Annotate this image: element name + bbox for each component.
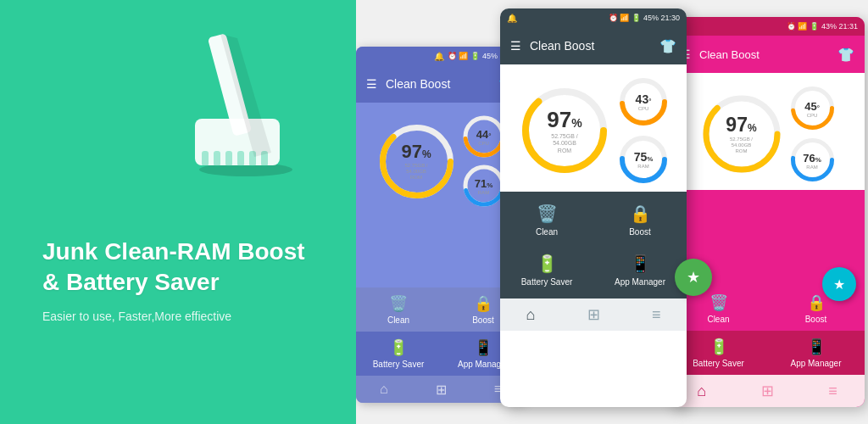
phone-screen-3: ⏰ 📶 🔋 43% 21:31 ☰ Clean Boost 👕 97% 52.7…: [670, 17, 865, 407]
bottom-bar-2: ⌂ ⊞ ≡: [500, 298, 687, 331]
app-bar-3: ☰ Clean Boost 👕: [670, 36, 865, 73]
right-panel: 🔔 ⏰ 📶 🔋 45% 21:30 ☰ Clean Boost 👕 97% 52…: [356, 0, 868, 424]
notification-icon-1: 🔔: [434, 52, 444, 61]
app-title-2: Clean Boost: [530, 39, 651, 53]
app-tagline: Junk Clean-RAM Boost & Battery Saver: [42, 237, 305, 298]
svg-rect-6: [237, 151, 244, 166]
status-bar-3: ⏰ 📶 🔋 43% 21:31: [670, 17, 865, 36]
screen-content-2: 97% 52.75GB / 54.00GBROM 43° CPU: [500, 64, 687, 192]
home-icon-3[interactable]: ⌂: [697, 382, 706, 400]
svg-rect-5: [225, 151, 232, 166]
hamburger-icon-1[interactable]: ☰: [366, 77, 377, 91]
grid-icon-2[interactable]: ⊞: [587, 305, 600, 324]
list-icon-3[interactable]: ≡: [828, 382, 837, 400]
nav-clean-1[interactable]: 🗑️ Clean: [356, 287, 441, 332]
dark-nav-overlay: 🗑️ Clean 🔒 Boost 🔋 Battery Saver 📱 App M…: [500, 192, 687, 298]
bottom-bar-3: ⌂ ⊞ ≡: [670, 375, 865, 407]
home-icon-2[interactable]: ⌂: [526, 306, 536, 324]
status-icons-3: ⏰ 📶 🔋 43% 21:31: [787, 22, 858, 31]
broom-icon: [170, 25, 305, 178]
phone-screen-2: 🔔 ⏰ 📶 🔋 45% 21:30 ☰ Clean Boost 👕 97% 52…: [500, 8, 687, 407]
hamburger-icon-2[interactable]: ☰: [510, 39, 521, 53]
list-icon-2[interactable]: ≡: [652, 306, 661, 324]
grid-icon-3[interactable]: ⊞: [761, 382, 774, 400]
nav-battery-1[interactable]: 🔋 Battery Saver: [356, 332, 441, 376]
app-title-1: Clean Boost: [386, 77, 490, 91]
nav-clean-2[interactable]: 🗑️ Clean: [500, 197, 593, 243]
small-gauges-1: 44° CPU 71% RAM: [462, 114, 506, 208]
fab-button-3[interactable]: ★: [822, 267, 856, 301]
nav-battery-2[interactable]: 🔋 Battery Saver: [500, 247, 593, 293]
app-title-3: Clean Boost: [699, 48, 829, 61]
left-panel: Junk Clean-RAM Boost & Battery Saver Eas…: [0, 0, 356, 424]
shirt-icon-3[interactable]: 👕: [837, 47, 854, 63]
screen-content-3: 97% 52.75GB / 54.00GBROM 45° CPU: [670, 73, 865, 190]
status-icons-2: ⏰ 📶 🔋 45% 21:30: [609, 14, 680, 22]
nav-appmanager-3[interactable]: 📱 App Manager: [767, 331, 865, 375]
notification-icon-2: 🔔: [507, 14, 517, 23]
app-subtitle: Easier to use, Faster,More effiective: [42, 310, 231, 323]
main-gauge-1: 97% 52.75GB / 54.00GBROM: [376, 121, 457, 202]
app-bar-2: ☰ Clean Boost 👕: [500, 27, 687, 64]
main-gauge-2: 97% 52.75GB / 54.00GBROM: [518, 84, 611, 177]
home-icon-1[interactable]: ⌂: [380, 382, 388, 397]
svg-rect-3: [202, 151, 209, 166]
small-gauges-2: 43° CPU 75% RAM: [618, 76, 669, 185]
nav-boost-2[interactable]: 🔒 Boost: [593, 197, 687, 243]
grid-icon-1[interactable]: ⊞: [436, 382, 447, 398]
svg-rect-4: [214, 151, 220, 166]
status-bar-2: 🔔 ⏰ 📶 🔋 45% 21:30: [500, 8, 687, 27]
fab-button[interactable]: ★: [675, 259, 712, 296]
shirt-icon-2[interactable]: 👕: [659, 38, 676, 54]
nav-appmanager-2[interactable]: 📱 App Manager: [593, 247, 687, 293]
